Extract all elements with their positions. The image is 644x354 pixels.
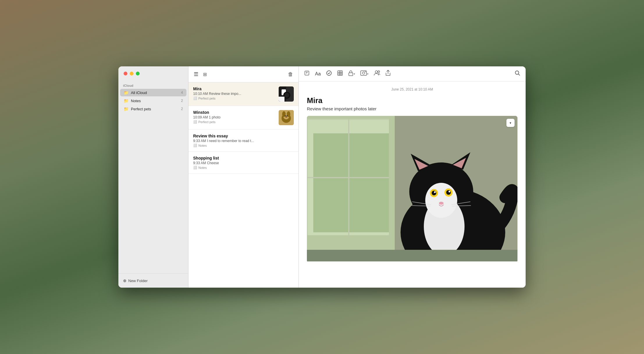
note-time: 10:10 AM — [193, 92, 208, 96]
sidebar-item-perfect-pets[interactable]: 📁 Perfect pets 2 — [120, 105, 186, 113]
format-text-button[interactable]: Aa — [314, 71, 321, 77]
svg-point-23 — [362, 72, 365, 74]
format-text-icon: Aa — [315, 71, 321, 77]
folder-icon: 📁 — [124, 107, 129, 111]
sidebar-footer: ⊕ New Folder — [118, 273, 188, 288]
sidebar-item-notes[interactable]: 📁 Notes 2 — [120, 97, 186, 105]
detail-cat-image — [307, 116, 517, 261]
photo-button[interactable]: ▾ — [360, 70, 369, 78]
svg-rect-16 — [338, 71, 342, 75]
note-folder-label: Notes — [198, 166, 207, 169]
image-dropdown-button[interactable]: ▾ — [506, 119, 515, 127]
note-content: Review this essay 9:33 AM I need to reme… — [193, 134, 294, 147]
folder-icon: 📁 — [124, 98, 129, 103]
search-button[interactable] — [514, 70, 521, 78]
svg-point-4 — [284, 93, 289, 98]
list-view-button[interactable]: ☰ — [193, 70, 199, 78]
maximize-button[interactable] — [136, 72, 140, 75]
note-folder-label: Perfect pets — [198, 120, 216, 124]
photo-chevron-icon: ▾ — [367, 72, 369, 75]
note-content: Shopping list 9:33 AM Cheese ⬜ Notes — [193, 156, 294, 169]
note-time: 9:33 AM — [193, 139, 206, 143]
svg-point-26 — [378, 71, 380, 72]
new-folder-label: New Folder — [128, 279, 147, 283]
note-meta: 9:33 AM Cheese — [193, 161, 294, 165]
sidebar: iCloud 📁 All iCloud 4 📁 Notes 2 📁 Perfec… — [118, 66, 188, 288]
note-title: Shopping list — [193, 156, 294, 160]
note-meta: 10:10 AM Review these impo... — [193, 92, 276, 96]
note-preview: Review these impo... — [209, 92, 241, 96]
folder-icon: 📁 — [124, 90, 129, 95]
new-folder-button[interactable]: ⊕ New Folder — [123, 278, 147, 283]
note-folder: ⬜ Notes — [193, 144, 294, 147]
note-item-review-essay[interactable]: Review this essay 9:33 AM I need to reme… — [188, 130, 298, 152]
minimize-button[interactable] — [130, 72, 134, 75]
svg-line-28 — [518, 74, 520, 75]
search-icon — [515, 70, 520, 77]
note-preview: Cheese — [207, 161, 219, 165]
sidebar-item-label: Notes — [131, 99, 179, 103]
table-icon — [337, 70, 343, 77]
note-time: 9:33 AM — [193, 161, 206, 165]
svg-point-46 — [434, 191, 436, 193]
note-title: Mira — [193, 86, 276, 91]
compose-icon — [304, 70, 310, 77]
svg-point-27 — [515, 71, 519, 75]
svg-point-48 — [439, 202, 444, 205]
compose-button[interactable] — [303, 70, 310, 78]
note-content: Mira 10:10 AM Review these impo... ⬜ Per… — [193, 86, 276, 100]
folder-small-icon: ⬜ — [193, 120, 197, 124]
note-item-shopping-list[interactable]: Shopping list 9:33 AM Cheese ⬜ Notes — [188, 152, 298, 174]
detail-date: June 25, 2021 at 10:10 AM — [307, 87, 517, 91]
note-meta: 10:09 AM 1 photo — [193, 115, 276, 119]
note-preview: 1 photo — [209, 115, 220, 119]
note-item-mira[interactable]: Mira 10:10 AM Review these impo... ⬜ Per… — [188, 82, 298, 106]
sidebar-item-count: 2 — [181, 107, 183, 111]
sidebar-item-count: 2 — [181, 99, 183, 103]
list-view-icon: ☰ — [194, 71, 198, 77]
close-button[interactable] — [124, 72, 127, 75]
svg-point-12 — [287, 115, 288, 116]
svg-point-25 — [375, 71, 378, 73]
svg-rect-57 — [307, 250, 517, 261]
note-title: Winston — [193, 110, 276, 115]
sidebar-item-all-icloud[interactable]: 📁 All iCloud 4 — [120, 89, 186, 96]
checklist-button[interactable] — [325, 70, 332, 78]
sidebar-item-label: Perfect pets — [131, 107, 179, 111]
trash-icon: 🗑 — [288, 71, 293, 77]
detail-title[interactable]: Mira — [307, 96, 517, 105]
note-folder-label: Perfect pets — [198, 97, 216, 100]
note-item-winston[interactable]: Winston 10:09 AM 1 photo ⬜ Perfect pets — [188, 106, 298, 130]
note-time: 10:09 AM — [193, 115, 208, 119]
note-folder: ⬜ Notes — [193, 166, 294, 169]
note-thumbnail-winston — [279, 110, 294, 125]
share-button[interactable] — [385, 69, 391, 78]
svg-point-13 — [285, 116, 287, 118]
svg-point-15 — [327, 71, 331, 75]
note-folder: ⬜ Perfect pets — [193, 120, 276, 124]
notes-list-panel: ☰ ⊞ 🗑 Mira 10:10 AM Review these impo... — [188, 66, 299, 288]
lock-button[interactable]: ▾ — [348, 70, 356, 78]
svg-point-11 — [285, 115, 286, 116]
trash-button[interactable]: 🗑 — [287, 71, 294, 78]
lock-chevron-icon: ▾ — [354, 72, 355, 75]
svg-rect-36 — [307, 177, 389, 178]
note-preview: I need to remember to read t... — [207, 139, 254, 143]
folder-small-icon: ⬜ — [193, 166, 197, 169]
grid-view-button[interactable]: ⊞ — [202, 71, 207, 78]
share-icon — [385, 70, 391, 78]
folder-small-icon: ⬜ — [193, 144, 197, 147]
window-controls — [124, 72, 140, 75]
table-button[interactable] — [337, 70, 344, 78]
sidebar-section-label: iCloud — [118, 82, 188, 88]
checklist-icon — [326, 70, 332, 77]
note-meta: 9:33 AM I need to remember to read t... — [193, 139, 294, 143]
collaborate-button[interactable] — [373, 70, 381, 78]
grid-view-icon: ⊞ — [203, 72, 207, 77]
svg-point-41 — [425, 183, 457, 218]
detail-subtitle: Review these important photos later — [307, 106, 517, 111]
sidebar-item-label: All iCloud — [131, 91, 179, 95]
detail-image-container: ▾ — [307, 116, 517, 263]
svg-point-45 — [446, 190, 451, 195]
note-thumbnail-mira — [279, 86, 294, 102]
